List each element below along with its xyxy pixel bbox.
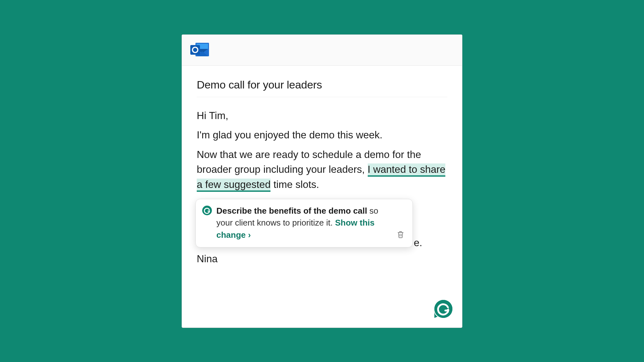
body-paragraph-1: I'm glad you enjoyed the demo this week.	[197, 127, 447, 143]
body-paragraph-2: Now that we are ready to schedule a demo…	[197, 147, 447, 192]
grammarly-icon	[202, 206, 212, 215]
greeting-line: Hi Tim,	[197, 108, 447, 123]
email-content: Demo call for your leaders Hi Tim, I'm g…	[182, 66, 462, 281]
body-text-span: time slots.	[270, 179, 319, 190]
email-subject[interactable]: Demo call for your leaders	[197, 79, 447, 97]
suggestion-text: Describe the benefits of the demo call s…	[216, 205, 392, 241]
suggestion-title: Describe the benefits of the demo call	[216, 206, 367, 216]
grammarly-suggestion-card[interactable]: Describe the benefits of the demo call s…	[195, 199, 413, 247]
titlebar	[182, 35, 462, 66]
closing-line-2: Nina	[197, 251, 447, 266]
outlook-compose-window: Demo call for your leaders Hi Tim, I'm g…	[182, 34, 462, 328]
grammarly-float-button[interactable]	[434, 299, 453, 319]
trash-icon[interactable]	[396, 230, 405, 240]
svg-rect-4	[190, 45, 200, 55]
outlook-icon	[189, 42, 210, 58]
